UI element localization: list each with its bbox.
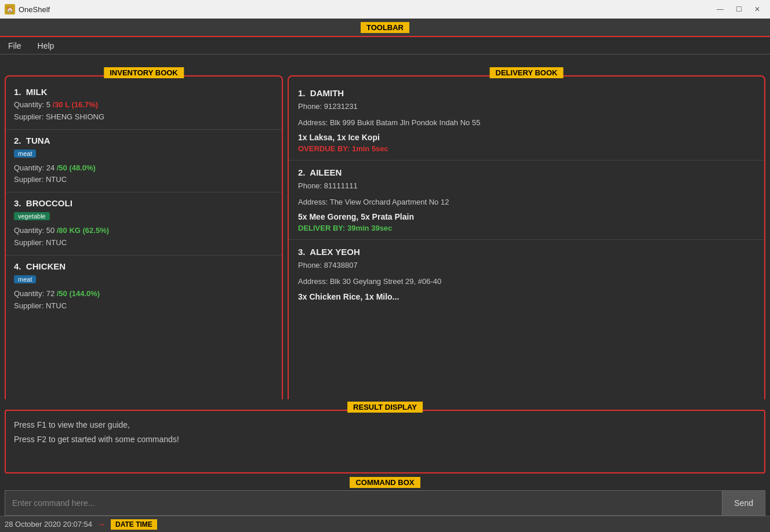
item-supplier: Supplier: NTUC — [14, 300, 274, 312]
delivery-phone: Phone: 91231231 — [298, 100, 755, 113]
title-bar: 🏠 OneShelf — ☐ ✕ — [0, 0, 770, 19]
close-button[interactable]: ✕ — [749, 3, 765, 16]
inventory-label: INVENTORY BOOK — [104, 67, 184, 78]
delivery-phone: Phone: 81111111 — [298, 180, 755, 192]
delivery-item: 2. AILEEN Phone: 81111111 Address: The V… — [289, 161, 764, 240]
arrow-icon: → — [97, 519, 106, 530]
delivery-name: 2. AILEEN — [298, 167, 755, 177]
result-line2: Press F2 to get started with some comman… — [14, 432, 756, 447]
item-supplier: Supplier: SHENG SHIONG — [14, 111, 274, 123]
status-bar: 28 October 2020 20:07:54 → DATE TIME — [0, 516, 770, 532]
item-detail: Quantity: 50 /80 KG (62.5%) — [14, 225, 274, 237]
inventory-box[interactable]: 1. MILK Quantity: 5 /30 L (16.7%) Suppli… — [5, 75, 283, 399]
menu-bar: File Help — [0, 37, 770, 54]
item-name: 4. CHICKEN — [14, 261, 274, 271]
delivery-status: OVERDUE BY: 1min 5sec — [298, 144, 755, 153]
toolbar-label: TOOLBAR — [361, 22, 409, 33]
command-tag-row: COMMAND BOX — [5, 477, 765, 488]
result-section: RESULT DISPLAY Press F1 to view the user… — [5, 410, 765, 473]
delivery-status: DELIVER BY: 39min 39sec — [298, 224, 755, 232]
menu-file[interactable]: File — [5, 40, 25, 52]
delivery-item: 3. ALEX YEOH Phone: 87438807 Address: Bl… — [289, 240, 764, 308]
delivery-box[interactable]: 1. DAMITH Phone: 91231231 Address: Blk 9… — [288, 75, 765, 399]
item-tag: meat — [14, 150, 36, 158]
send-button[interactable]: Send — [722, 490, 765, 516]
app-title: OneShelf — [19, 5, 50, 14]
top-section: INVENTORY BOOK 1. MILK Quantity: 5 /30 L… — [0, 54, 770, 399]
inventory-item: 1. MILK Quantity: 5 /30 L (16.7%) Suppli… — [6, 81, 282, 130]
maximize-button[interactable]: ☐ — [731, 3, 747, 16]
datetime-display: 28 October 2020 20:07:54 — [5, 520, 92, 529]
item-tag: meat — [14, 275, 36, 283]
delivery-order: 1x Laksa, 1x Ice Kopi — [298, 133, 755, 142]
app-icon: 🏠 — [5, 4, 15, 14]
delivery-name: 1. DAMITH — [298, 88, 755, 98]
item-detail: Quantity: 72 /50 (144.0%) — [14, 288, 274, 300]
result-line1: Press F1 to view the user guide, — [14, 418, 756, 432]
delivery-address: Address: Blk 999 Bukit Batam Jln Pondok … — [298, 116, 755, 129]
inventory-item: 4. CHICKEN meat Quantity: 72 /50 (144.0%… — [6, 256, 282, 318]
item-name: 3. BROCCOLI — [14, 198, 274, 208]
delivery-item: 1. DAMITH Phone: 91231231 Address: Blk 9… — [289, 81, 764, 161]
delivery-order: 5x Mee Goreng, 5x Prata Plain — [298, 212, 755, 221]
datetime-label: DATE TIME — [111, 519, 157, 530]
command-input-row: Send — [5, 490, 765, 516]
delivery-section: DELIVERY BOOK 1. DAMITH Phone: 91231231 … — [288, 75, 765, 399]
delivery-address: Address: The View Orchard Apartment No 1… — [298, 196, 755, 209]
item-supplier: Supplier: NTUC — [14, 174, 274, 186]
delivery-order: 3x Chicken Rice, 1x Milo... — [298, 292, 755, 301]
delivery-label: DELIVERY BOOK — [490, 67, 564, 78]
bottom-section: RESULT DISPLAY Press F1 to view the user… — [0, 399, 770, 516]
minimize-button[interactable]: — — [712, 3, 728, 16]
delivery-phone: Phone: 87438807 — [298, 259, 755, 272]
delivery-address: Address: Blk 30 Geylang Street 29, #06-4… — [298, 275, 755, 288]
inventory-item: 2. TUNA meat Quantity: 24 /50 (48.0%) Su… — [6, 130, 282, 193]
title-bar-left: 🏠 OneShelf — [5, 4, 50, 14]
item-detail: Quantity: 24 /50 (48.0%) — [14, 162, 274, 174]
command-section: COMMAND BOX Send — [5, 477, 765, 516]
inventory-item: 3. BROCCOLI vegetable Quantity: 50 /80 K… — [6, 192, 282, 256]
delivery-name: 3. ALEX YEOH — [298, 247, 755, 257]
item-name: 2. TUNA — [14, 136, 274, 145]
item-detail: Quantity: 5 /30 L (16.7%) — [14, 99, 274, 111]
command-input[interactable] — [5, 490, 722, 516]
result-box: Press F1 to view the user guide, Press F… — [5, 410, 765, 473]
window-controls: — ☐ ✕ — [712, 3, 765, 16]
item-name: 1. MILK — [14, 87, 274, 97]
command-box-label: COMMAND BOX — [350, 477, 420, 488]
item-supplier: Supplier: NTUC — [14, 237, 274, 249]
toolbar-label-bar: TOOLBAR — [0, 19, 770, 37]
menu-help[interactable]: Help — [34, 40, 58, 52]
inventory-section: INVENTORY BOOK 1. MILK Quantity: 5 /30 L… — [5, 75, 283, 399]
result-display-label: RESULT DISPLAY — [347, 402, 423, 413]
item-tag: vegetable — [14, 212, 50, 220]
